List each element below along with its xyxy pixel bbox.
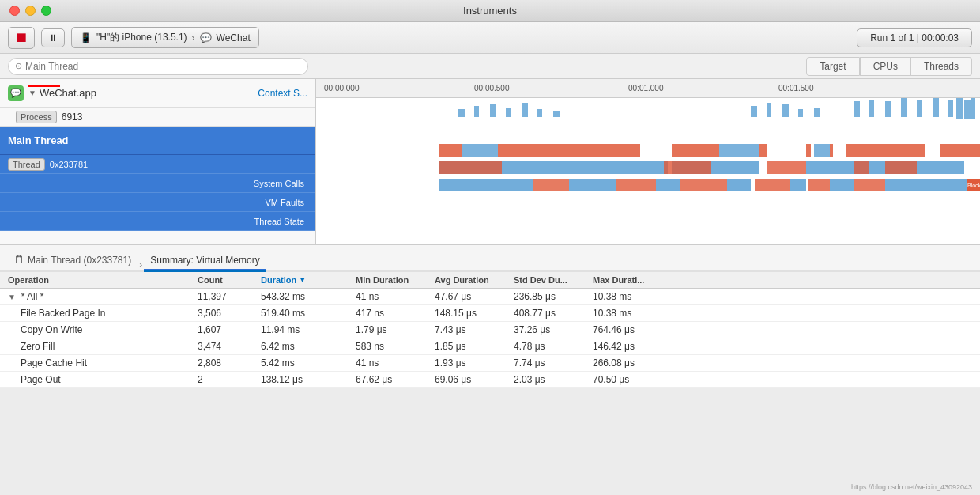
search-icon: ⊙ bbox=[15, 61, 22, 71]
count-label: Count bbox=[198, 275, 223, 285]
table-row[interactable]: ▼ * All *11,397543.32 ms41 ns47.67 μs236… bbox=[0, 289, 980, 305]
row-cell: 583 ns bbox=[356, 341, 435, 352]
app-row[interactable]: 💬 ▼ WeChat.app Context S... bbox=[0, 79, 315, 108]
thread-state-label: Thread State bbox=[254, 217, 304, 226]
svg-rect-36 bbox=[439, 161, 502, 174]
row-cell: 69.06 μs bbox=[435, 374, 514, 385]
svg-rect-30 bbox=[462, 144, 498, 157]
thread-addr-row: Thread 0x233781 bbox=[0, 155, 315, 174]
row-cell: 10.38 ms bbox=[593, 291, 672, 302]
row-cell: 37.26 μs bbox=[514, 324, 593, 335]
breadcrumb-summary[interactable]: Summary: Virtual Memory bbox=[144, 251, 266, 270]
row-cell: 3,506 bbox=[198, 308, 261, 319]
window-title: Instruments bbox=[463, 5, 517, 17]
svg-rect-46 bbox=[830, 179, 854, 191]
subcategory-thread-state: Thread State bbox=[0, 212, 315, 231]
col-operation[interactable]: Operation bbox=[8, 275, 198, 285]
svg-rect-40 bbox=[885, 161, 917, 174]
pause-button[interactable]: ⏸ bbox=[41, 28, 65, 47]
chevron-right-icon: › bbox=[192, 32, 195, 43]
filter-input[interactable] bbox=[25, 61, 301, 72]
std-label: Std Dev Du... bbox=[514, 275, 567, 285]
row-cell: 70.50 μs bbox=[593, 374, 672, 385]
instruments-area: 💬 ▼ WeChat.app Context S... Process 6913… bbox=[0, 79, 980, 245]
row-cell: 266.08 μs bbox=[593, 357, 672, 368]
svg-rect-19 bbox=[956, 98, 963, 119]
svg-rect-10 bbox=[798, 109, 803, 117]
svg-rect-53 bbox=[854, 179, 885, 191]
breadcrumb-thread[interactable]: 🗒 Main Thread (0x233781) bbox=[8, 251, 138, 270]
svg-rect-3 bbox=[506, 108, 511, 117]
tab-cpus[interactable]: CPUs bbox=[860, 57, 911, 76]
svg-rect-50 bbox=[680, 179, 727, 191]
svg-rect-42 bbox=[569, 179, 616, 191]
row-cell: 1.79 μs bbox=[356, 324, 435, 335]
svg-text:Block.: Block. bbox=[967, 183, 980, 188]
row-cell: 1,607 bbox=[198, 324, 261, 335]
tab-threads[interactable]: Threads bbox=[911, 57, 972, 76]
row-cell: 3,474 bbox=[198, 341, 261, 352]
row-cell: 7.43 μs bbox=[435, 324, 514, 335]
svg-rect-27 bbox=[830, 144, 833, 157]
col-std[interactable]: Std Dev Du... bbox=[514, 275, 593, 285]
svg-rect-51 bbox=[755, 179, 790, 191]
col-duration[interactable]: Duration ▼ bbox=[261, 275, 356, 285]
sort-icon: ▼ bbox=[299, 276, 306, 284]
row-cell: 543.32 ms bbox=[261, 291, 356, 302]
row-operation-label: Zero Fill bbox=[8, 341, 198, 352]
filter-tabs: Target CPUs Threads bbox=[806, 57, 972, 76]
close-button[interactable]: × bbox=[9, 6, 20, 16]
run-info: Run 1 of 1 | 00:00:03 bbox=[857, 28, 972, 47]
filterbar: ⊙ Target CPUs Threads bbox=[0, 54, 980, 79]
table-row[interactable]: File Backed Page In3,506519.40 ms417 ns1… bbox=[0, 305, 980, 322]
row-cell: 5.42 ms bbox=[261, 357, 356, 368]
row-cell: 1.93 μs bbox=[435, 357, 514, 368]
svg-rect-26 bbox=[806, 144, 811, 157]
table-row[interactable]: Page Out2138.12 μs67.62 μs69.06 μs2.03 μ… bbox=[0, 372, 980, 388]
subcategory-vm-faults: VM Faults bbox=[0, 193, 315, 212]
bottom-panel: 🗒 Main Thread (0x233781) › Summary: Virt… bbox=[0, 245, 980, 388]
device-selector[interactable]: 📱 "H"的 iPhone (13.5.1) › 💬 WeChat bbox=[71, 27, 259, 48]
svg-rect-16 bbox=[917, 100, 922, 117]
thread-row[interactable]: Main Thread bbox=[0, 127, 315, 155]
table-row[interactable]: Zero Fill3,4746.42 ms583 ns1.85 μs4.78 μ… bbox=[0, 338, 980, 355]
row-cell: 47.67 μs bbox=[435, 291, 514, 302]
min-label: Min Duration bbox=[356, 275, 409, 285]
filter-input-wrap: ⊙ bbox=[8, 58, 308, 75]
svg-rect-8 bbox=[767, 103, 771, 117]
stop-button[interactable]: ⏹ bbox=[8, 27, 35, 49]
svg-rect-18 bbox=[948, 100, 953, 117]
system-calls-label: System Calls bbox=[254, 179, 304, 188]
row-cell: 148.15 μs bbox=[435, 308, 514, 319]
table-row[interactable]: Page Cache Hit2,8085.42 ms41 ns1.93 μs7.… bbox=[0, 355, 980, 372]
window-controls: × – + bbox=[9, 6, 51, 16]
table-row[interactable]: Copy On Write1,60711.94 ms1.79 μs7.43 μs… bbox=[0, 322, 980, 338]
col-max[interactable]: Max Durati... bbox=[593, 275, 672, 285]
time-1000: 00:01.000 bbox=[628, 84, 664, 93]
row-cell: 2 bbox=[198, 374, 261, 385]
col-count[interactable]: Count bbox=[198, 275, 261, 285]
svg-rect-39 bbox=[854, 161, 869, 174]
process-id: 6913 bbox=[62, 111, 83, 123]
context-link[interactable]: Context S... bbox=[258, 88, 307, 99]
time-0: 00:00.000 bbox=[324, 84, 360, 93]
svg-rect-38 bbox=[767, 161, 806, 174]
minimize-button[interactable]: – bbox=[25, 6, 36, 16]
row-cell: 4.78 μs bbox=[514, 341, 593, 352]
svg-rect-48 bbox=[533, 179, 569, 191]
row-cell: 10.38 ms bbox=[593, 308, 672, 319]
process-badge: Process bbox=[16, 111, 57, 123]
svg-rect-20 bbox=[964, 100, 971, 119]
col-min[interactable]: Min Duration bbox=[356, 275, 435, 285]
col-avg[interactable]: Avg Duration bbox=[435, 275, 514, 285]
time-500: 00:00.500 bbox=[474, 84, 510, 93]
svg-rect-6 bbox=[553, 111, 560, 117]
phone-icon: 📱 bbox=[80, 32, 92, 43]
row-cell: 519.40 ms bbox=[261, 308, 356, 319]
svg-rect-5 bbox=[537, 109, 542, 117]
tab-target[interactable]: Target bbox=[806, 57, 859, 76]
svg-rect-0 bbox=[458, 109, 465, 117]
maximize-button[interactable]: + bbox=[41, 6, 51, 16]
left-panel: 💬 ▼ WeChat.app Context S... Process 6913… bbox=[0, 79, 316, 244]
row-expand-icon[interactable]: ▼ bbox=[8, 293, 18, 301]
